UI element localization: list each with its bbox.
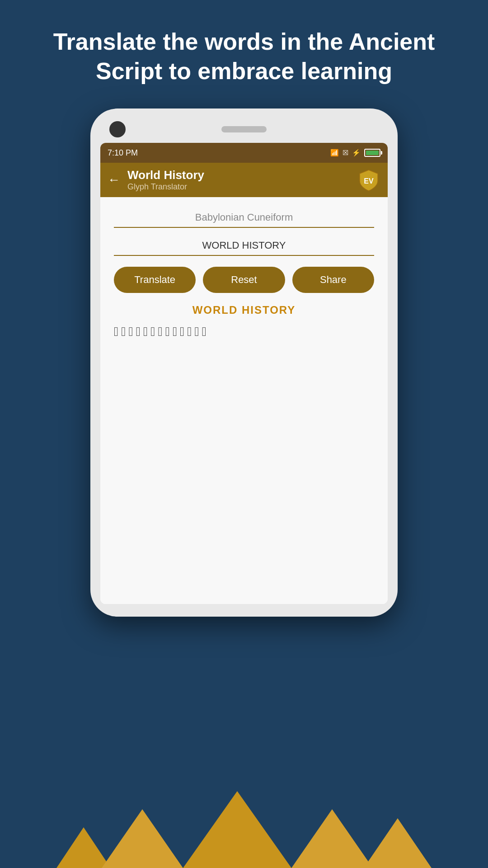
battery-indicator [364,149,380,157]
app-titles: World History Glyph Translator [127,168,357,192]
app-title: World History [127,168,357,182]
share-button[interactable]: Share [292,267,374,293]
reset-button[interactable]: Reset [203,267,285,293]
glyph-char: 𒀯 [136,325,141,339]
glyph-char: 𒈾 [150,325,155,339]
glyph-char: 𒁲 [187,325,192,339]
result-label: WORLD HISTORY [114,304,374,316]
sim-icon: ☒ [343,149,348,157]
glyph-char: 𒀭 [114,325,118,339]
glyph-char: 𒁹 [180,325,184,339]
glyph-char: 𒈗 [195,325,199,339]
battery-fill [366,151,379,155]
status-time: 7:10 PM [108,148,138,158]
bolt-icon: ⚡ [352,149,361,157]
app-header: ← World History Glyph Translator EV [100,163,388,197]
phone-screen: 7:10 PM 📶 ☒ ⚡ ← World History Glyph Tran… [100,143,388,604]
front-camera [109,121,126,137]
action-buttons: Translate Reset Share [114,267,374,293]
app-subtitle: Glyph Translator [127,182,357,192]
status-bar: 7:10 PM 📶 ☒ ⚡ [100,143,388,163]
glyph-char: 𒁹 [158,325,162,339]
pyramids [0,791,488,868]
status-icons: 📶 ☒ ⚡ [330,149,380,157]
script-input-group [114,208,374,228]
pyramid-medium-right [291,809,373,868]
phone-notch [100,121,388,143]
page-headline: Translate the words in the Ancient Scrip… [0,0,488,108]
wifi-icon: 📶 [330,149,339,157]
pyramid-decoration [0,778,488,868]
translate-button[interactable]: Translate [114,267,196,293]
pyramid-small-right [364,818,432,868]
pyramid-large-center [183,791,291,868]
text-input-group [114,236,374,256]
app-content: Translate Reset Share WORLD HISTORY 𒀭 𒀀 … [100,197,388,604]
glyph-char: 𒀀 [121,325,126,339]
glyph-char: 𒁹 [128,325,133,339]
glyph-char: 𒀀 [202,325,206,339]
script-type-input[interactable] [114,208,374,228]
phone-speaker [221,126,267,132]
glyph-output: 𒀭 𒀀 𒁹 𒀯 𒁲 𒈾 𒁹 𒀭 𒀀 𒁹 𒁲 𒈗 𒀀 [114,323,374,341]
svg-text:EV: EV [364,177,374,185]
glyph-char: 𒁲 [143,325,148,339]
app-logo: EV [357,168,380,192]
glyph-char: 𒀭 [165,325,170,339]
translation-text-input[interactable] [114,236,374,256]
back-button[interactable]: ← [108,173,120,187]
pyramid-medium-left [102,809,183,868]
glyph-char: 𒀀 [173,325,177,339]
phone-mockup: 7:10 PM 📶 ☒ ⚡ ← World History Glyph Tran… [90,108,398,617]
